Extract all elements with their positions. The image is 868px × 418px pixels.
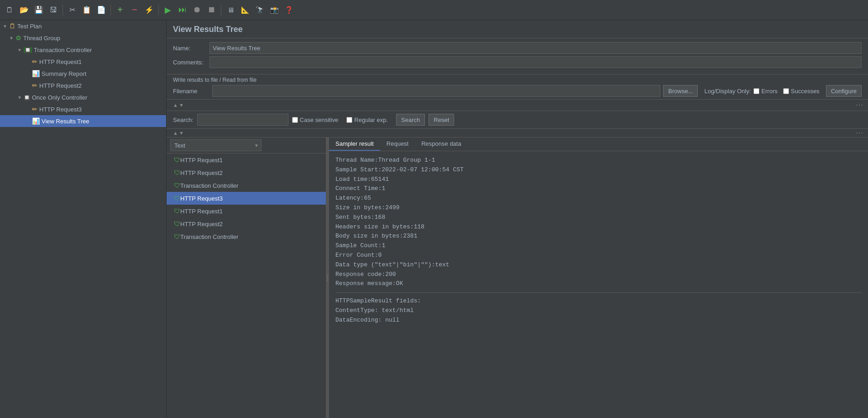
dots-menu-bottom[interactable]: ··· — [856, 129, 863, 137]
up-down-arrows-2: ▲ ▼ — [173, 130, 184, 136]
sidebar-item-test-plan[interactable]: ▼ 🗒 Test Plan — [0, 20, 166, 32]
body-size-field: Body size in bytes:2381 — [335, 232, 862, 241]
sidebar-item-thread-group[interactable]: ▼ ⚙ Thread Group — [0, 32, 166, 44]
httpsample-fields-label: HTTPSampleResult fields: — [335, 296, 862, 306]
test-plan-icon: 🗒 — [9, 22, 16, 30]
successes-checkbox[interactable] — [783, 88, 789, 94]
successes-checkbox-row: Successes — [783, 88, 820, 95]
new-test-plan-btn[interactable]: 🗒 — [3, 3, 16, 17]
copy-btn[interactable]: 📋 — [80, 3, 94, 17]
list-item-http-request3[interactable]: 🛡 HTTP Request3 — [167, 192, 326, 205]
down-arrow-icon: ▼ — [179, 102, 184, 108]
http-request2-icon: ✏ — [32, 82, 37, 89]
toggle-thread-group: ▼ — [9, 36, 16, 41]
save-btn[interactable]: 💾 — [32, 3, 46, 17]
toolbar-sep4 — [221, 5, 221, 16]
reset-button[interactable]: Reset — [429, 114, 454, 126]
thread-name-field: Thread Name:Thread Group 1-1 — [335, 156, 862, 165]
content-panel: View Results Tree Name: Comments: Write … — [167, 20, 868, 418]
sidebar-item-view-results-tree[interactable]: ▶ 📊 View Results Tree — [0, 115, 166, 127]
zoom-btn[interactable]: 🔭 — [253, 3, 267, 17]
list-item-http-request2b[interactable]: 🛡 HTTP Request2 — [167, 217, 326, 230]
sidebar-label-http-request3: HTTP Request3 — [39, 106, 82, 113]
text-dropdown[interactable]: Text HTML JSON XML Regexp Tester CSS/JQu… — [170, 139, 261, 151]
sidebar-label-http-request2: HTTP Request2 — [39, 82, 82, 89]
tab-sampler-result[interactable]: Sampler result — [329, 138, 380, 151]
tabs-row: Sampler result Request Response data — [329, 138, 868, 151]
file-row: Filename Browse... Log/Display Only: Err… — [173, 85, 862, 97]
sample-start-field: Sample Start:2022-02-07 12:00:54 CST — [335, 165, 862, 175]
text-dropdown-wrapper: Text HTML JSON XML Regexp Tester CSS/JQu… — [170, 139, 261, 151]
screenshot-btn[interactable]: 📸 — [267, 3, 281, 17]
success-shield-icon-7: 🛡 — [174, 233, 180, 240]
content-type-field: ContentType: text/html — [335, 306, 862, 316]
template-btn[interactable]: 📐 — [238, 3, 252, 17]
comments-label: Comments: — [173, 59, 209, 66]
search-button[interactable]: Search — [396, 114, 425, 126]
case-sensitive-label: Case sensitive — [300, 116, 339, 123]
start-btn[interactable]: ▶ — [161, 3, 175, 17]
toolbar: 🗒 📂 💾 🖫 ✂ 📋 📄 + − ⚡ ▶ ⏭ ⏺ ⏹ 🖥 📐 🔭 📸 ❓ — [0, 0, 868, 20]
sidebar-item-http-request2[interactable]: ▶ ✏ HTTP Request2 — [0, 79, 166, 91]
sidebar-item-summary-report[interactable]: ▶ 📊 Summary Report — [0, 68, 166, 79]
name-label: Name: — [173, 45, 209, 52]
add-btn[interactable]: + — [113, 3, 127, 17]
tab-request[interactable]: Request — [380, 138, 415, 151]
success-shield-icon-1: 🛡 — [174, 156, 180, 164]
sidebar-item-once-only-controller[interactable]: ▼ 🔲 Once Only Controller — [0, 91, 166, 103]
start-no-pauses-btn[interactable]: ⏭ — [176, 3, 189, 17]
search-input[interactable] — [197, 114, 288, 126]
list-item-http-request1b[interactable]: 🛡 HTTP Request1 — [167, 205, 326, 217]
stop-btn[interactable]: ⏺ — [190, 3, 204, 17]
list-label-transaction-controllera: Transaction Controller — [180, 182, 238, 189]
list-label-http-request1b: HTTP Request1 — [180, 208, 223, 215]
search-row-bottom-arrows: ▲ ▼ ··· — [167, 129, 868, 138]
response-message-field: Response message:OK — [335, 279, 862, 289]
list-item-transaction-controllera[interactable]: 🛡 Transaction Controller — [167, 179, 326, 192]
sidebar-item-http-request1[interactable]: ▶ ✏ HTTP Request1 — [0, 56, 166, 68]
case-sensitive-row: Case sensitive — [292, 116, 339, 123]
help-btn[interactable]: ❓ — [282, 3, 296, 17]
open-btn[interactable]: 📂 — [17, 3, 31, 17]
view-results-tree-icon: 📊 — [32, 117, 40, 125]
success-shield-icon-2: 🛡 — [174, 169, 180, 176]
shutdown-btn[interactable]: ⏹ — [205, 3, 219, 17]
list-item-transaction-controllerb[interactable]: 🛡 Transaction Controller — [167, 230, 326, 243]
name-input[interactable] — [209, 42, 862, 54]
toolbar-sep2 — [110, 5, 111, 16]
configure-button[interactable]: Configure — [826, 85, 862, 97]
regular-exp-checkbox[interactable] — [346, 117, 352, 123]
request-list: 🛡 HTTP Request1 🛡 HTTP Request2 🛡 Transa… — [167, 153, 326, 418]
save-as-btn[interactable]: 🖫 — [47, 3, 60, 17]
dots-menu-top[interactable]: ··· — [856, 101, 863, 109]
size-in-bytes-field: Size in bytes:2499 — [335, 203, 862, 213]
split-section: Text HTML JSON XML Regexp Tester CSS/JQu… — [167, 138, 868, 418]
form-area: Name: Comments: — [167, 38, 868, 74]
remote-btn[interactable]: 🖥 — [224, 3, 237, 17]
toolbar-sep3 — [158, 5, 159, 16]
name-row: Name: — [173, 42, 862, 54]
panel-title: View Results Tree — [167, 20, 868, 38]
list-item-http-request2a[interactable]: 🛡 HTTP Request2 — [167, 166, 326, 179]
comments-input[interactable] — [209, 56, 862, 68]
cut-btn[interactable]: ✂ — [65, 3, 79, 17]
headers-size-field: Headers size in bytes:118 — [335, 222, 862, 232]
paste-btn[interactable]: 📄 — [94, 3, 108, 17]
success-shield-icon-3: 🛡 — [174, 182, 180, 189]
sidebar-item-transaction-controller[interactable]: ▼ 🔲 Transaction Controller — [0, 44, 166, 56]
sidebar-label-once-only-controller: Once Only Controller — [32, 94, 87, 101]
detail-panel: Sampler result Request Response data Thr… — [329, 138, 868, 418]
toolbar-sep1 — [63, 5, 63, 16]
latency-field: Latency:65 — [335, 194, 862, 203]
remove-btn[interactable]: − — [128, 3, 141, 17]
list-item-http-request1a[interactable]: 🛡 HTTP Request1 — [167, 153, 326, 166]
clear-btn[interactable]: ⚡ — [142, 3, 156, 17]
tab-response-data[interactable]: Response data — [415, 138, 467, 151]
regular-exp-row: Regular exp. — [346, 116, 388, 123]
errors-checkbox[interactable] — [753, 88, 759, 94]
browse-button[interactable]: Browse... — [663, 85, 698, 97]
case-sensitive-checkbox[interactable] — [292, 117, 298, 123]
list-label-http-request2b: HTTP Request2 — [180, 221, 223, 228]
sidebar-item-http-request3[interactable]: ▶ ✏ HTTP Request3 — [0, 103, 166, 115]
filename-input[interactable] — [212, 85, 660, 97]
